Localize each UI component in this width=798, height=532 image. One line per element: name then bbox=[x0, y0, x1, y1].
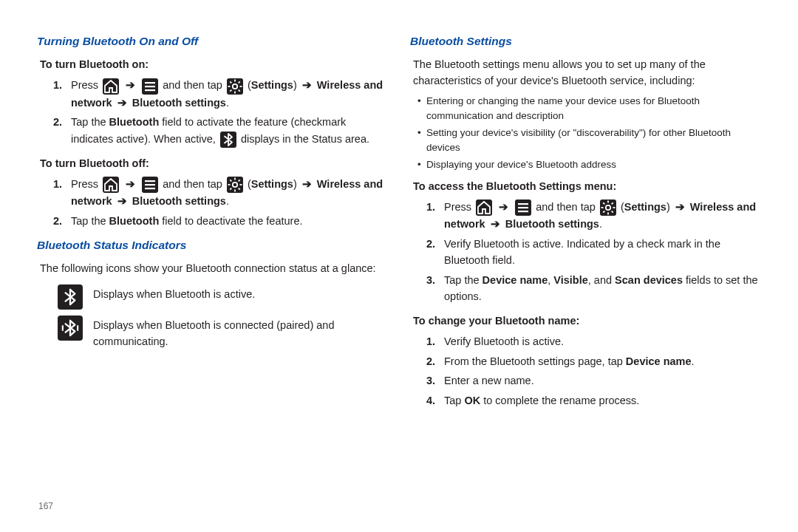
bold-text: Visible bbox=[553, 274, 587, 286]
arrow-icon: ➔ bbox=[126, 79, 135, 91]
step-number: 4. bbox=[410, 392, 444, 409]
text: to complete the rename process. bbox=[480, 395, 639, 406]
text: Tap the bbox=[71, 116, 109, 128]
gear-icon bbox=[600, 200, 616, 216]
steps-bt-off: 1. Press ➔ and then tap (Settings) ➔ Wir… bbox=[37, 176, 388, 229]
text: Tap the bbox=[71, 215, 109, 227]
text: Press bbox=[444, 201, 474, 213]
text: . bbox=[599, 218, 602, 230]
text: Press bbox=[71, 178, 101, 190]
status-text: Displays when Bluetooth is active. bbox=[93, 284, 388, 302]
step-number: 3. bbox=[410, 372, 444, 389]
text: , and bbox=[588, 274, 615, 286]
menu-icon bbox=[142, 177, 158, 193]
bullet-item: Entering or changing the name your devic… bbox=[417, 94, 761, 123]
bullet-item: Setting your device's visibility (or "di… bbox=[417, 126, 761, 154]
step-body: Tap the Device name, Visible, and Scan d… bbox=[444, 272, 761, 305]
step-number: 3. bbox=[410, 272, 444, 305]
settings-label: Settings bbox=[624, 201, 666, 213]
home-icon bbox=[103, 177, 119, 193]
step-body: Verify Bluetooth is active. Indicated by… bbox=[444, 236, 761, 269]
text: displays in the Status area. bbox=[241, 133, 369, 145]
step-body: Press ➔ and then tap (Settings) ➔ Wirele… bbox=[71, 77, 388, 111]
text: Tap the bbox=[444, 274, 482, 286]
bluetooth-icon bbox=[220, 132, 236, 148]
step-number: 2. bbox=[410, 236, 444, 269]
path-part: Bluetooth settings bbox=[132, 195, 226, 207]
step-body: Tap the Bluetooth field to deactivate th… bbox=[71, 213, 388, 229]
arrow-icon: ➔ bbox=[302, 178, 312, 190]
arrow-icon: ➔ bbox=[115, 195, 130, 207]
arrow-icon: ➔ bbox=[302, 79, 312, 91]
menu-icon bbox=[142, 78, 158, 95]
indicators-intro: The following icons show your Bluetooth … bbox=[40, 260, 388, 276]
text: Press bbox=[71, 79, 101, 91]
gear-icon bbox=[227, 78, 243, 95]
left-column: Turning Bluetooth On and Off To turn Blu… bbox=[37, 30, 388, 517]
heading-turning-bt: Turning Bluetooth On and Off bbox=[37, 33, 388, 50]
text: From the Bluetooth settings page, tap bbox=[444, 355, 626, 367]
subhead-change-name: To change your Bluetooth name: bbox=[413, 313, 761, 329]
path-part: Bluetooth settings bbox=[505, 218, 599, 230]
page-number: 167 bbox=[38, 501, 53, 511]
right-column: Bluetooth Settings The Bluetooth setting… bbox=[410, 30, 761, 517]
subhead-bt-off: To turn Bluetooth off: bbox=[40, 155, 388, 171]
text: . bbox=[226, 195, 229, 207]
subhead-bt-on: To turn Bluetooth on: bbox=[40, 56, 388, 72]
status-row: Displays when Bluetooth is active. bbox=[58, 284, 388, 310]
text: field to deactivate the feature. bbox=[159, 215, 302, 227]
bold-text: Bluetooth bbox=[109, 215, 160, 227]
bold-text: Bluetooth bbox=[109, 116, 160, 128]
step-number: 2. bbox=[37, 114, 71, 148]
step-number: 1. bbox=[410, 333, 444, 349]
step-body: Press ➔ and then tap (Settings) ➔ Wirele… bbox=[444, 199, 761, 233]
text: . bbox=[692, 355, 695, 367]
bluetooth-connected-icon bbox=[58, 316, 83, 341]
text: and then tap bbox=[536, 201, 598, 213]
arrow-icon: ➔ bbox=[675, 201, 685, 213]
heading-bt-settings: Bluetooth Settings bbox=[410, 33, 761, 50]
gear-icon bbox=[227, 177, 243, 193]
step-number: 2. bbox=[410, 353, 444, 369]
arrow-icon: ➔ bbox=[126, 178, 135, 190]
arrow-icon: ➔ bbox=[488, 218, 503, 230]
text: Tap bbox=[444, 395, 464, 406]
status-table: Displays when Bluetooth is active. Displ… bbox=[58, 282, 388, 353]
bold-text: Device name bbox=[482, 274, 548, 286]
text: and then tap bbox=[163, 79, 225, 91]
status-text: Displays when Bluetooth is connected (pa… bbox=[93, 316, 388, 350]
home-icon bbox=[476, 200, 492, 216]
path-part: Bluetooth settings bbox=[132, 97, 226, 109]
bold-text: OK bbox=[464, 395, 480, 406]
step-number: 1. bbox=[37, 176, 71, 210]
status-row: Displays when Bluetooth is connected (pa… bbox=[58, 316, 388, 350]
step-number: 2. bbox=[37, 213, 71, 229]
settings-label: Settings bbox=[251, 178, 293, 190]
heading-status-indicators: Bluetooth Status Indicators bbox=[37, 236, 388, 254]
steps-change-name: 1. Verify Bluetooth is active. 2. From t… bbox=[410, 333, 761, 409]
arrow-icon: ➔ bbox=[117, 97, 130, 109]
bullet-item: Displaying your device's Bluetooth addre… bbox=[417, 157, 761, 172]
bold-text: Device name bbox=[626, 355, 692, 367]
step-number: 1. bbox=[410, 199, 444, 233]
step-body: Tap OK to complete the rename process. bbox=[444, 392, 761, 409]
step-number: 1. bbox=[37, 77, 71, 111]
arrow-icon: ➔ bbox=[499, 201, 508, 213]
text: and then tap bbox=[163, 178, 225, 190]
settings-bullets: Entering or changing the name your devic… bbox=[417, 94, 761, 172]
step-body: From the Bluetooth settings page, tap De… bbox=[444, 353, 761, 369]
settings-label: Settings bbox=[251, 79, 293, 91]
step-body: Press ➔ and then tap (Settings) ➔ Wirele… bbox=[71, 176, 388, 210]
steps-access-menu: 1. Press ➔ and then tap (Settings) ➔ Wir… bbox=[410, 199, 761, 305]
menu-icon bbox=[515, 200, 531, 216]
step-body: Verify Bluetooth is active. bbox=[444, 333, 761, 349]
settings-intro: The Bluetooth settings menu allows you t… bbox=[413, 56, 761, 89]
subhead-access-menu: To access the Bluetooth Settings menu: bbox=[413, 178, 761, 194]
home-icon bbox=[103, 78, 119, 95]
bold-text: Scan devices bbox=[615, 274, 683, 286]
step-body: Enter a new name. bbox=[444, 372, 761, 389]
step-body: Tap the Bluetooth field to activate the … bbox=[71, 114, 388, 148]
steps-bt-on: 1. Press ➔ and then tap (Settings) ➔ Wir… bbox=[37, 77, 388, 147]
bluetooth-icon bbox=[58, 284, 83, 310]
text: . bbox=[226, 97, 229, 109]
